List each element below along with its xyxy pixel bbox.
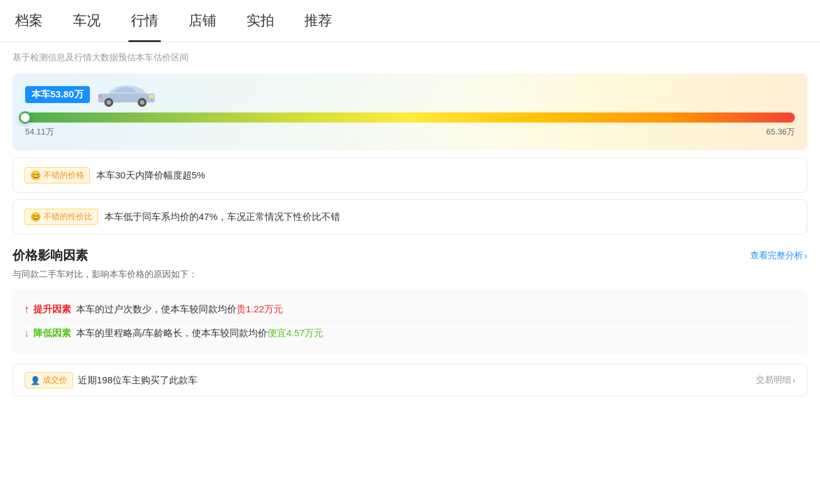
transaction-left: 👤 成交价 近期198位车主购买了此款车 [25, 372, 197, 388]
factor-type-up: 提升因素 [33, 304, 71, 315]
gradient-bar-container: 54.11万 65.36万 [25, 112, 795, 138]
price-banner: 本车53.80万 [13, 74, 807, 150]
bar-max-label: 65.36万 [766, 126, 795, 138]
factor-row-down: ↓ 降低因素 本车的里程略高/车龄略长，使本车较同款均价便宜4.57万元 [24, 321, 796, 345]
factor-row-up: ↑ 提升因素 本车的过户次数少，使本车较同款均价贵1.22万元 [24, 298, 796, 321]
price-down-highlight: 便宜4.57万元 [267, 327, 323, 338]
arrow-up-icon: ↑ [24, 303, 30, 316]
value-emoji: 😊 [30, 212, 41, 222]
tab-tuijian[interactable]: 推荐 [302, 0, 335, 41]
price-factors-section: 价格影响因素 查看完整分析 › 与同款二手车对比，影响本车价格的原因如下： ↑ … [13, 247, 807, 354]
info-card-price: 😊 不错的价格 本车30天内降价幅度超5% [13, 158, 807, 193]
tab-hangqing[interactable]: 行情 [128, 0, 161, 41]
factor-type-down: 降低因素 [33, 327, 71, 339]
price-info-text: 本车30天内降价幅度超5% [96, 170, 205, 182]
bar-min-label: 54.11万 [25, 126, 54, 138]
price-emoji: 😊 [30, 170, 41, 180]
transaction-badge-icon: 👤 [30, 376, 40, 385]
tab-shipai[interactable]: 实拍 [244, 0, 277, 41]
transaction-bar: 👤 成交价 近期198位车主购买了此款车 交易明细 › [13, 364, 807, 397]
section-desc: 与同款二手车对比，影响本车价格的原因如下： [13, 269, 807, 280]
transaction-text: 近期198位车主购买了此款车 [78, 375, 197, 386]
info-card-value: 😊 不错的性价比 本车低于同车系均价的47%，车况正常情况下性价比不错 [13, 199, 807, 234]
transaction-badge-label: 成交价 [43, 375, 67, 386]
gradient-bar [25, 112, 795, 123]
section-header: 价格影响因素 查看完整分析 › [13, 247, 807, 264]
tab-dianpu[interactable]: 店铺 [186, 0, 219, 41]
nav-tabs: 档案 车况 行情 店铺 实拍 推荐 [0, 0, 820, 42]
tab-dangan[interactable]: 档案 [13, 0, 45, 41]
main-content: 基于检测信息及行情大数据预估本车估价区间 本车53.80万 [0, 42, 820, 397]
value-badge-label: 不错的性价比 [43, 211, 92, 222]
arrow-down-icon: ↓ [24, 327, 30, 340]
tab-chekuang[interactable]: 车况 [70, 0, 103, 41]
factor-card: ↑ 提升因素 本车的过户次数少，使本车较同款均价贵1.22万元 ↓ 降低因素 本… [13, 289, 807, 354]
price-tag-badge: 😊 不错的价格 [25, 167, 90, 184]
subtitle: 基于检测信息及行情大数据预估本车估价区间 [13, 52, 807, 63]
car-illustration [95, 81, 158, 107]
view-full-analysis-link[interactable]: 查看完整分析 › [750, 250, 807, 261]
svg-rect-6 [98, 95, 102, 98]
value-tag-badge: 😊 不错的性价比 [25, 209, 98, 225]
price-up-highlight: 贵1.22万元 [236, 304, 283, 314]
transaction-detail-link[interactable]: 交易明细 › [756, 375, 795, 386]
bar-indicator [19, 111, 31, 124]
transaction-badge: 👤 成交价 [25, 372, 73, 388]
factor-desc-up: 本车的过户次数少，使本车较同款均价贵1.22万元 [76, 304, 796, 315]
section-title: 价格影响因素 [13, 247, 88, 264]
svg-point-4 [140, 101, 144, 105]
transaction-chevron-icon: › [792, 375, 795, 385]
bar-labels: 54.11万 65.36万 [25, 126, 795, 138]
value-info-text: 本车低于同车系均价的47%，车况正常情况下性价比不错 [104, 211, 340, 223]
factor-desc-down: 本车的里程略高/车龄略长，使本车较同款均价便宜4.57万元 [76, 327, 796, 339]
price-tag: 本车53.80万 [25, 86, 90, 103]
svg-point-2 [106, 101, 111, 105]
price-badge-label: 不错的价格 [43, 170, 84, 181]
chevron-right-icon: › [804, 251, 807, 261]
svg-rect-5 [149, 95, 154, 98]
